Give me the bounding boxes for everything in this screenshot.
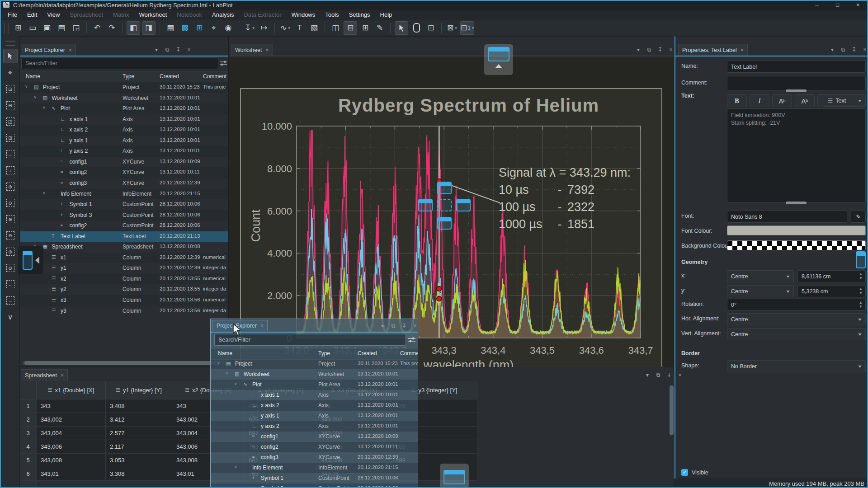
tab-properties[interactable]: Properties: Text Label× bbox=[678, 44, 748, 56]
tree-row[interactable]: ∟x axis 2Axis13.12.2020 10:01 bbox=[211, 400, 418, 411]
zoom-out-x-button[interactable]: ⊖ bbox=[4, 229, 17, 242]
column-header-name[interactable]: Name bbox=[218, 350, 232, 357]
dock-close-icon[interactable]: × bbox=[677, 372, 683, 378]
row-number[interactable] bbox=[20, 481, 37, 488]
dock-pin-icon[interactable]: ↧ bbox=[657, 47, 663, 53]
menu-file[interactable]: File bbox=[3, 10, 22, 20]
column-header-created[interactable]: Created bbox=[358, 350, 377, 357]
table-cell[interactable]: 343,004 bbox=[37, 427, 106, 440]
tree-row[interactable]: +Symbol 1CustomPoint28.12.2020 10:06 bbox=[211, 473, 418, 483]
close-icon[interactable]: × bbox=[61, 372, 64, 379]
import-button[interactable]: ↧▾ bbox=[243, 22, 256, 34]
table-cell[interactable]: 343,006 bbox=[37, 440, 106, 454]
chevron-expanded-icon[interactable]: ∨ bbox=[217, 361, 220, 365]
background-colour-swatch[interactable] bbox=[727, 240, 866, 250]
dock-pin-icon[interactable]: ↧ bbox=[666, 372, 672, 378]
more-tools-button[interactable]: ∨ bbox=[4, 310, 17, 324]
close-button[interactable]: × bbox=[848, 0, 868, 10]
navigate-mode-button[interactable] bbox=[410, 22, 423, 34]
tree-row[interactable]: ∨▦SpreadsheetSpreadsheet13.12.2020 10:08 bbox=[20, 242, 228, 253]
dock-close-icon[interactable]: × bbox=[412, 323, 418, 329]
zoom-out-y-button[interactable]: ⊖ bbox=[4, 261, 17, 275]
row-number[interactable]: 2 bbox=[20, 413, 37, 427]
save-project-button[interactable]: ▣ bbox=[41, 22, 53, 34]
tree-row[interactable]: ∟x axis 1Axis13.12.2020 10:01 bbox=[20, 114, 228, 125]
tree-row[interactable]: ≈config2XYCurve13.12.2020 10:11 bbox=[20, 167, 228, 178]
close-icon[interactable]: × bbox=[69, 47, 72, 53]
tree-row[interactable]: ☰x3Column20.12.2020 13:56numerical bbox=[20, 295, 228, 306]
menu-analysis[interactable]: Analysis bbox=[207, 10, 239, 20]
zoom-in-y-button[interactable]: ⊕ bbox=[4, 245, 17, 258]
layout-edit-button[interactable]: ✎ bbox=[373, 22, 386, 34]
auto-scale-button[interactable]: ⊞ bbox=[4, 131, 17, 145]
auto-scale-y-button[interactable]: ↕ bbox=[4, 164, 17, 177]
column-header[interactable] bbox=[20, 381, 37, 399]
table-cell[interactable]: 343 bbox=[37, 399, 106, 413]
x-offset-spinbox[interactable]: 8,61136 cm▲▼ bbox=[797, 270, 866, 282]
dock-float-icon[interactable]: ⧉ bbox=[646, 47, 652, 53]
tree-row[interactable]: ∨Info ElementInfoElement20.12.2020 21:15 bbox=[20, 189, 228, 200]
close-icon[interactable]: × bbox=[741, 47, 744, 53]
tree-row[interactable]: ≈config3XYCurve20.12.2020 12:39 bbox=[20, 178, 228, 189]
y-position-dropdown[interactable]: Centre bbox=[727, 285, 794, 297]
search-input[interactable]: Search/Filter bbox=[21, 57, 218, 69]
text-mode-dropdown[interactable]: ☰Text bbox=[824, 94, 866, 107]
menu-view[interactable]: View bbox=[42, 10, 65, 20]
table-cell[interactable]: 2.577 bbox=[106, 427, 172, 440]
horizontal-scrollbar[interactable] bbox=[23, 361, 227, 365]
dock-close-icon[interactable]: × bbox=[186, 47, 192, 53]
new-project-button[interactable]: ⊞ bbox=[12, 22, 24, 34]
tree-row[interactable]: +config2CustomPoint28.12.2020 10:06 bbox=[20, 221, 228, 231]
x-position-dropdown[interactable]: Centre bbox=[727, 270, 794, 282]
menu-tools[interactable]: Tools bbox=[320, 10, 344, 20]
zoom-x-select-button[interactable]: ⊟ bbox=[4, 99, 17, 112]
hor-alignment-dropdown[interactable]: Centre bbox=[727, 313, 866, 325]
filter-icon[interactable] bbox=[219, 60, 227, 67]
toggle-properties-explorer-button[interactable]: ◨ bbox=[142, 21, 156, 35]
add-text-label-button[interactable]: T bbox=[293, 22, 306, 34]
vert-alignment-dropdown[interactable]: Centre bbox=[727, 328, 866, 340]
add-image-button[interactable]: ▧ bbox=[308, 22, 321, 34]
tab-spreadsheet[interactable]: Spreadsheet× bbox=[21, 369, 68, 381]
new-matrix-button[interactable]: ▩ bbox=[179, 22, 191, 34]
border-shape-dropdown[interactable]: No Border bbox=[727, 360, 866, 372]
tree-row[interactable]: +Symbol 1CustomPoint28.12.2020 10:06 bbox=[20, 199, 228, 210]
chevron-expanded-icon[interactable]: ∨ bbox=[34, 95, 37, 99]
layout-grid-button[interactable]: ⊞ bbox=[359, 22, 372, 34]
print-preview-button[interactable]: ◲ bbox=[70, 22, 82, 34]
y-offset-spinbox[interactable]: 5,3238 cm▲▼ bbox=[797, 285, 866, 297]
dock-close-icon[interactable]: × bbox=[668, 47, 674, 53]
dock-pin-icon[interactable]: ↧ bbox=[175, 47, 181, 53]
layout-vertical-button[interactable]: ◫ bbox=[329, 22, 342, 34]
font-field[interactable]: Noto Sans 8 bbox=[727, 211, 847, 223]
dock-menu-icon[interactable]: ▾ bbox=[153, 47, 160, 53]
tree-row[interactable]: ☰y1Column20.12.2020 12:39integer da bbox=[20, 263, 228, 274]
close-icon[interactable]: × bbox=[260, 323, 264, 329]
zoom-y-select-button[interactable]: ◫ bbox=[4, 115, 17, 128]
titlebar[interactable]: ∿ C:/temp/bin/data/labplot2/examples/Gen… bbox=[0, 0, 868, 10]
row-number[interactable]: 6 bbox=[20, 467, 37, 481]
dock-menu-icon[interactable]: ▾ bbox=[379, 323, 386, 329]
resize-handle[interactable] bbox=[786, 89, 807, 92]
font-colour-swatch[interactable] bbox=[727, 225, 866, 235]
tree-row[interactable]: ≈config2XYCurve13.12.2020 10:11 bbox=[211, 442, 418, 452]
zoom-in-button[interactable]: ⊕ bbox=[4, 180, 17, 193]
tree-row[interactable]: ≈config3XYCurve20.12.2020 12:39 bbox=[211, 452, 418, 463]
chevron-expanded-icon[interactable]: ∨ bbox=[234, 381, 237, 386]
toggle-project-explorer-button[interactable]: ◧ bbox=[127, 21, 140, 35]
column-header-type[interactable]: Type bbox=[123, 73, 134, 80]
column-header-comment[interactable]: Comment bbox=[400, 350, 418, 357]
resize-handle[interactable] bbox=[786, 202, 807, 204]
info-element-text-label[interactable]: Signal at λ = 343.29 nm: 10 µs-7392100 µ… bbox=[499, 164, 631, 233]
table-cell[interactable]: 343,01 bbox=[37, 467, 106, 481]
dock-pin-icon[interactable]: ↧ bbox=[851, 47, 857, 53]
chevron-expanded-icon[interactable]: ∨ bbox=[42, 105, 46, 110]
tree-row[interactable]: ∨▤ProjectProject30.11.2020 15:23This pro… bbox=[20, 82, 228, 93]
zoom-select-button[interactable]: ⊡ bbox=[4, 82, 17, 96]
vertical-scrollbar[interactable] bbox=[669, 381, 674, 488]
new-plot-button[interactable]: ∿▾ bbox=[279, 22, 292, 34]
rotation-spinbox[interactable]: 0°▲▼ bbox=[727, 299, 866, 311]
table-cell[interactable]: 3.308 bbox=[106, 467, 172, 481]
tree-row[interactable]: ∨∿PlotPlot Area13.12.2020 10:01 bbox=[211, 380, 418, 390]
zoom-select-mode-button[interactable]: ⊡ bbox=[425, 22, 437, 34]
